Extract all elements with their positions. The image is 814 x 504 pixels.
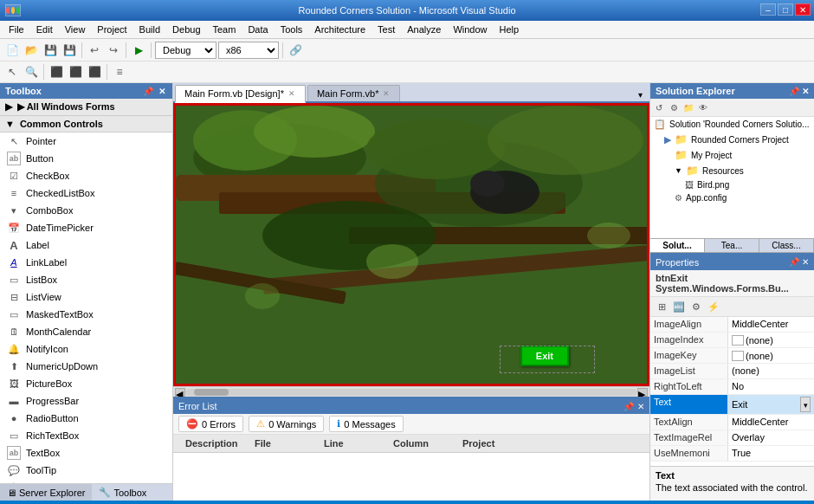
save-all-button[interactable]: 💾 bbox=[61, 42, 78, 59]
toolbox-common-controls-section[interactable]: ▼ Common Controls bbox=[0, 116, 172, 132]
prop-usemnemonic[interactable]: UseMnemoni True bbox=[650, 446, 814, 462]
warnings-badge[interactable]: ⚠ 0 Warnings bbox=[249, 416, 324, 432]
doc-nav-button[interactable]: ▾ bbox=[633, 88, 648, 101]
props-pin-button[interactable]: 📌 bbox=[789, 257, 799, 268]
sol-properties-button[interactable]: ⚙ bbox=[667, 100, 681, 114]
messages-badge[interactable]: ℹ 0 Messages bbox=[329, 416, 403, 432]
toolbox-item-checkedlistbox[interactable]: ≡ CheckedListBox bbox=[0, 184, 172, 202]
prop-value-usemnemonic[interactable]: True bbox=[728, 446, 814, 461]
toolbox-all-windows-forms[interactable]: ▶ ▶ All Windows Forms bbox=[0, 99, 172, 116]
align-left-button[interactable]: ⬛ bbox=[48, 63, 65, 81]
scroll-left-button[interactable]: ◀ bbox=[175, 388, 185, 397]
start-button[interactable]: ▶ bbox=[130, 42, 147, 59]
prop-textalign[interactable]: TextAlign MiddleCenter bbox=[650, 415, 814, 430]
toolbox-item-listview[interactable]: ⊟ ListView bbox=[0, 288, 172, 306]
props-sort-alpha-button[interactable]: 🔤 bbox=[671, 299, 687, 314]
prop-value-text[interactable]: Exit ▾ bbox=[728, 395, 814, 414]
prop-imagekey[interactable]: ImageKey (none) bbox=[650, 348, 814, 364]
sol-refresh-button[interactable]: ↺ bbox=[652, 100, 666, 114]
text-dropdown-button[interactable]: ▾ bbox=[800, 397, 811, 412]
maximize-button[interactable]: □ bbox=[778, 3, 793, 16]
menu-architecture[interactable]: Architecture bbox=[309, 23, 371, 36]
prop-imagealign[interactable]: ImageAlign MiddleCenter bbox=[650, 317, 814, 333]
redo-button[interactable]: ↪ bbox=[105, 42, 122, 59]
menu-tools[interactable]: Tools bbox=[275, 23, 308, 36]
zoom-tool[interactable]: 🔍 bbox=[23, 63, 40, 81]
menu-project[interactable]: Project bbox=[92, 23, 132, 36]
toolbox-item-datetimepicker[interactable]: 📅 DateTimePicker bbox=[0, 219, 172, 236]
scroll-thumb[interactable] bbox=[194, 389, 229, 396]
prop-value-righttoleft[interactable]: No bbox=[728, 379, 814, 394]
prop-textimagrel[interactable]: TextImageRel Overlay bbox=[650, 430, 814, 446]
sol-pin-button[interactable]: 📌 bbox=[789, 87, 799, 96]
save-button[interactable]: 💾 bbox=[42, 42, 59, 59]
sol-tab-team[interactable]: Tea... bbox=[705, 239, 759, 252]
errors-badge[interactable]: ⛔ 0 Errors bbox=[178, 416, 243, 432]
toolbox-item-button[interactable]: ab Button bbox=[0, 150, 172, 167]
sol-preview-button[interactable]: 👁 bbox=[696, 100, 710, 114]
menu-analyze[interactable]: Analyze bbox=[402, 23, 446, 36]
sol-tab-class[interactable]: Class... bbox=[759, 239, 814, 252]
toolbox-item-picturebox[interactable]: 🖼 PictureBox bbox=[0, 375, 172, 392]
sol-item-myproject[interactable]: 📁 My Project bbox=[650, 147, 814, 163]
error-pin-button[interactable]: 📌 bbox=[623, 402, 634, 411]
prop-value-imagelist[interactable]: (none) bbox=[728, 364, 814, 378]
close-code-tab[interactable]: ✕ bbox=[382, 89, 391, 98]
toolbox-item-maskedtextbox[interactable]: ▭ MaskedTextBox bbox=[0, 306, 172, 323]
menu-file[interactable]: File bbox=[3, 23, 29, 36]
toolbox-item-combobox[interactable]: ▾ ComboBox bbox=[0, 202, 172, 219]
menu-team[interactable]: Team bbox=[208, 23, 242, 36]
prop-righttoleft[interactable]: RightToLeft No bbox=[650, 379, 814, 395]
menu-help[interactable]: Help bbox=[494, 23, 525, 36]
prop-value-textimagerel[interactable]: Overlay bbox=[728, 430, 814, 445]
prop-imageindex[interactable]: ImageIndex (none) bbox=[650, 333, 814, 348]
sol-item-solution[interactable]: 📋 Solution 'Rounded Corners Solutio... bbox=[650, 117, 814, 132]
toolbox-item-textbox[interactable]: ab TextBox bbox=[0, 444, 172, 462]
props-properties-button[interactable]: ⚙ bbox=[688, 299, 704, 314]
toolbox-item-pointer[interactable]: ↖ Pointer bbox=[0, 132, 172, 150]
menu-debug[interactable]: Debug bbox=[167, 23, 205, 36]
attach-button[interactable]: 🔗 bbox=[287, 42, 304, 59]
toolbox-item-progressbar[interactable]: ▬ ProgressBar bbox=[0, 392, 172, 410]
format-button[interactable]: ≡ bbox=[111, 63, 128, 81]
props-events-button[interactable]: ⚡ bbox=[706, 299, 721, 314]
prop-text[interactable]: Text Exit ▾ bbox=[650, 395, 814, 415]
undo-button[interactable]: ↩ bbox=[86, 42, 103, 59]
tab-code[interactable]: Main Form.vb* ✕ bbox=[307, 85, 401, 101]
tab-design[interactable]: Main Form.vb [Design]* ✕ bbox=[175, 85, 306, 103]
menu-view[interactable]: View bbox=[60, 23, 91, 36]
close-design-tab[interactable]: ✕ bbox=[287, 89, 296, 98]
toolbox-item-listbox[interactable]: ▭ ListBox bbox=[0, 271, 172, 288]
min-circle[interactable] bbox=[11, 7, 15, 14]
toolbox-tab[interactable]: 🔧 Toolbox bbox=[92, 484, 153, 501]
props-sort-cat-button[interactable]: ⊞ bbox=[654, 299, 669, 314]
prop-value-imagekey[interactable]: (none) bbox=[728, 348, 814, 363]
prop-value-imageindex[interactable]: (none) bbox=[728, 333, 814, 347]
pointer-tool[interactable]: ↖ bbox=[3, 63, 21, 81]
sol-item-project[interactable]: ▶ 📁 Rounded Corners Project bbox=[650, 132, 814, 147]
toolbox-item-label[interactable]: A Label bbox=[0, 236, 172, 254]
toolbox-item-notifyicon[interactable]: 🔔 NotifyIcon bbox=[0, 340, 172, 358]
sol-item-bird[interactable]: 🖼 Bird.png bbox=[650, 178, 814, 191]
menu-edit[interactable]: Edit bbox=[31, 23, 58, 36]
close-circle[interactable] bbox=[6, 7, 10, 14]
scroll-right-button[interactable]: ▶ bbox=[637, 388, 648, 397]
toolbox-item-monthcalendar[interactable]: 🗓 MonthCalendar bbox=[0, 323, 172, 340]
props-close-button[interactable]: ✕ bbox=[802, 257, 809, 268]
prop-value-imagealign[interactable]: MiddleCenter bbox=[728, 317, 814, 332]
toolbox-item-richtextbox[interactable]: ▭ RichTextBox bbox=[0, 427, 172, 444]
server-explorer-tab[interactable]: 🖥 Server Explorer bbox=[0, 484, 92, 501]
menu-data[interactable]: Data bbox=[242, 23, 273, 36]
toolbox-item-tooltip[interactable]: 💬 ToolTip bbox=[0, 462, 172, 479]
prop-imagelist[interactable]: ImageList (none) bbox=[650, 364, 814, 379]
sol-showallfiles-button[interactable]: 📁 bbox=[682, 100, 695, 114]
scroll-track[interactable] bbox=[185, 389, 637, 396]
toolbox-item-linklabel[interactable]: A LinkLabel bbox=[0, 254, 172, 271]
platform-combo[interactable]: x86 x64 Any CPU bbox=[218, 42, 279, 59]
align-center-button[interactable]: ⬛ bbox=[67, 63, 84, 81]
toolbox-item-radiobutton[interactable]: ● RadioButton bbox=[0, 410, 172, 427]
canvas-scrollbar[interactable]: ◀ ▶ bbox=[173, 386, 649, 397]
error-close-button[interactable]: ✕ bbox=[637, 402, 644, 411]
minimize-button[interactable]: – bbox=[760, 3, 776, 16]
toolbox-item-numericupdown[interactable]: ⬆ NumericUpDown bbox=[0, 358, 172, 375]
